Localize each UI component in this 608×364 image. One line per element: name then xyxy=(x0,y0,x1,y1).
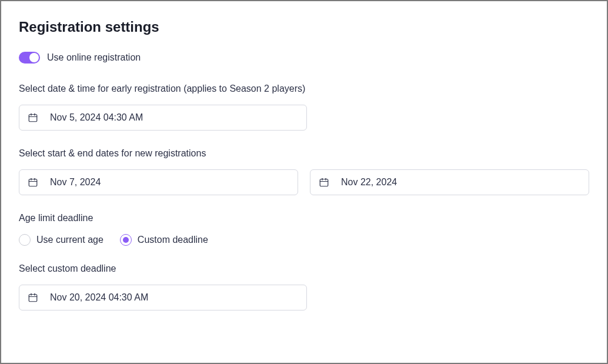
custom-deadline-date-input[interactable]: Nov 20, 2024 04:30 AM xyxy=(19,285,307,310)
custom-deadline-label: Select custom deadline xyxy=(19,263,589,274)
radio-use-current-age[interactable]: Use current age xyxy=(19,234,103,246)
radio-label-custom-deadline: Custom deadline xyxy=(138,235,208,245)
radio-custom-deadline[interactable]: Custom deadline xyxy=(120,234,208,246)
calendar-icon xyxy=(28,292,38,303)
online-registration-toggle-row: Use online registration xyxy=(19,52,589,64)
registration-start-value: Nov 7, 2024 xyxy=(50,177,101,188)
page-title: Registration settings xyxy=(19,19,589,35)
radio-label-current-age: Use current age xyxy=(36,235,103,245)
radio-indicator xyxy=(120,234,132,246)
new-registrations-section: Select start & end dates for new registr… xyxy=(19,148,589,195)
svg-rect-12 xyxy=(29,295,37,302)
new-registrations-label: Select start & end dates for new registr… xyxy=(19,148,589,159)
svg-rect-8 xyxy=(320,179,328,186)
age-limit-label: Age limit deadline xyxy=(19,213,589,223)
registration-end-value: Nov 22, 2024 xyxy=(341,177,397,188)
calendar-icon xyxy=(319,177,329,188)
early-registration-section: Select date & time for early registratio… xyxy=(19,84,589,131)
early-registration-date-input[interactable]: Nov 5, 2024 04:30 AM xyxy=(19,105,307,131)
custom-deadline-section: Select custom deadline Nov 20, 2024 04:3… xyxy=(19,263,589,310)
svg-rect-4 xyxy=(29,179,37,186)
age-limit-radio-group: Use current age Custom deadline xyxy=(19,234,589,246)
radio-indicator xyxy=(19,234,31,246)
early-registration-date-value: Nov 5, 2024 04:30 AM xyxy=(50,112,143,123)
calendar-icon xyxy=(28,177,38,188)
online-registration-toggle[interactable] xyxy=(19,52,40,64)
calendar-icon xyxy=(28,112,38,123)
online-registration-label: Use online registration xyxy=(47,52,141,63)
custom-deadline-value: Nov 20, 2024 04:30 AM xyxy=(50,292,148,303)
registration-end-date-input[interactable]: Nov 22, 2024 xyxy=(310,169,589,195)
registration-start-date-input[interactable]: Nov 7, 2024 xyxy=(19,169,298,195)
early-registration-label: Select date & time for early registratio… xyxy=(19,84,589,94)
svg-rect-0 xyxy=(29,115,37,122)
